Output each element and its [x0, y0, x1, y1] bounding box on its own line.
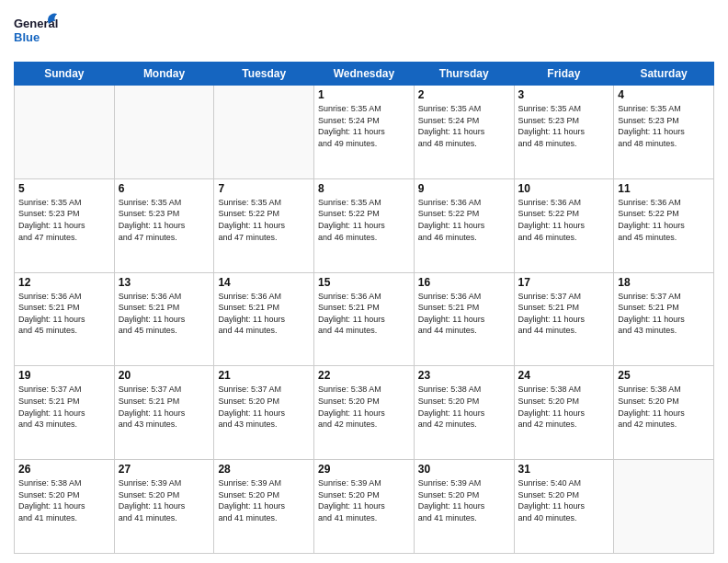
day-number: 20 — [119, 369, 210, 382]
day-number: 25 — [618, 369, 710, 382]
cell-info: Sunrise: 5:39 AM Sunset: 5:20 PM Dayligh… — [318, 477, 410, 523]
calendar-cell: 16Sunrise: 5:36 AM Sunset: 5:21 PM Dayli… — [414, 272, 514, 366]
calendar-cell: 24Sunrise: 5:38 AM Sunset: 5:20 PM Dayli… — [514, 366, 614, 460]
cell-info: Sunrise: 5:36 AM Sunset: 5:21 PM Dayligh… — [418, 291, 510, 337]
day-number: 21 — [218, 369, 310, 382]
weekday-friday: Friday — [514, 63, 614, 86]
calendar-cell: 23Sunrise: 5:38 AM Sunset: 5:20 PM Dayli… — [414, 366, 514, 460]
day-number: 29 — [318, 463, 410, 476]
cell-info: Sunrise: 5:40 AM Sunset: 5:20 PM Dayligh… — [518, 477, 610, 523]
cell-info: Sunrise: 5:38 AM Sunset: 5:20 PM Dayligh… — [318, 384, 410, 430]
cell-info: Sunrise: 5:35 AM Sunset: 5:23 PM Dayligh… — [618, 103, 710, 149]
day-number: 7 — [218, 182, 310, 195]
calendar-table: SundayMondayTuesdayWednesdayThursdayFrid… — [14, 62, 714, 554]
cell-info: Sunrise: 5:36 AM Sunset: 5:21 PM Dayligh… — [218, 291, 310, 337]
day-number: 13 — [119, 276, 210, 289]
cell-info: Sunrise: 5:36 AM Sunset: 5:21 PM Dayligh… — [318, 291, 410, 337]
calendar-cell — [114, 86, 214, 179]
cell-info: Sunrise: 5:37 AM Sunset: 5:20 PM Dayligh… — [218, 384, 310, 430]
cell-info: Sunrise: 5:35 AM Sunset: 5:24 PM Dayligh… — [318, 103, 410, 149]
calendar-cell: 1Sunrise: 5:35 AM Sunset: 5:24 PM Daylig… — [314, 86, 415, 179]
calendar-cell: 30Sunrise: 5:39 AM Sunset: 5:20 PM Dayli… — [414, 460, 514, 554]
logo-icon: General Blue — [14, 9, 60, 51]
calendar-cell: 5Sunrise: 5:35 AM Sunset: 5:23 PM Daylig… — [15, 178, 115, 272]
cell-info: Sunrise: 5:35 AM Sunset: 5:23 PM Dayligh… — [18, 197, 110, 243]
calendar-cell: 22Sunrise: 5:38 AM Sunset: 5:20 PM Dayli… — [314, 366, 415, 460]
cell-info: Sunrise: 5:35 AM Sunset: 5:23 PM Dayligh… — [119, 197, 210, 243]
calendar-cell: 25Sunrise: 5:38 AM Sunset: 5:20 PM Dayli… — [614, 366, 714, 460]
day-number: 16 — [418, 276, 510, 289]
cell-info: Sunrise: 5:38 AM Sunset: 5:20 PM Dayligh… — [18, 477, 110, 523]
day-number: 5 — [18, 182, 110, 195]
calendar-cell: 10Sunrise: 5:36 AM Sunset: 5:22 PM Dayli… — [514, 178, 614, 272]
weekday-tuesday: Tuesday — [214, 63, 314, 86]
calendar-cell: 31Sunrise: 5:40 AM Sunset: 5:20 PM Dayli… — [514, 460, 614, 554]
cell-info: Sunrise: 5:35 AM Sunset: 5:22 PM Dayligh… — [318, 197, 410, 243]
day-number: 11 — [618, 182, 710, 195]
logo: General Blue — [14, 9, 60, 54]
calendar-cell: 8Sunrise: 5:35 AM Sunset: 5:22 PM Daylig… — [314, 178, 415, 272]
day-number: 30 — [418, 463, 510, 476]
cell-info: Sunrise: 5:35 AM Sunset: 5:24 PM Dayligh… — [418, 103, 510, 149]
day-number: 2 — [418, 88, 510, 101]
day-number: 14 — [218, 276, 310, 289]
cell-info: Sunrise: 5:39 AM Sunset: 5:20 PM Dayligh… — [119, 477, 210, 523]
weekday-monday: Monday — [114, 63, 214, 86]
cell-info: Sunrise: 5:36 AM Sunset: 5:22 PM Dayligh… — [618, 197, 710, 243]
cell-info: Sunrise: 5:39 AM Sunset: 5:20 PM Dayligh… — [218, 477, 310, 523]
cell-info: Sunrise: 5:36 AM Sunset: 5:22 PM Dayligh… — [418, 197, 510, 243]
cell-info: Sunrise: 5:37 AM Sunset: 5:21 PM Dayligh… — [18, 384, 110, 430]
calendar-cell: 4Sunrise: 5:35 AM Sunset: 5:23 PM Daylig… — [614, 86, 714, 179]
cell-info: Sunrise: 5:37 AM Sunset: 5:21 PM Dayligh… — [518, 291, 610, 337]
calendar-week-0: 1Sunrise: 5:35 AM Sunset: 5:24 PM Daylig… — [15, 86, 714, 179]
weekday-thursday: Thursday — [414, 63, 514, 86]
calendar-cell: 28Sunrise: 5:39 AM Sunset: 5:20 PM Dayli… — [214, 460, 314, 554]
cell-info: Sunrise: 5:36 AM Sunset: 5:22 PM Dayligh… — [518, 197, 610, 243]
cell-info: Sunrise: 5:38 AM Sunset: 5:20 PM Dayligh… — [418, 384, 510, 430]
calendar-cell: 26Sunrise: 5:38 AM Sunset: 5:20 PM Dayli… — [15, 460, 115, 554]
calendar-cell: 21Sunrise: 5:37 AM Sunset: 5:20 PM Dayli… — [214, 366, 314, 460]
calendar-cell: 9Sunrise: 5:36 AM Sunset: 5:22 PM Daylig… — [414, 178, 514, 272]
calendar-cell: 17Sunrise: 5:37 AM Sunset: 5:21 PM Dayli… — [514, 272, 614, 366]
cell-info: Sunrise: 5:38 AM Sunset: 5:20 PM Dayligh… — [518, 384, 610, 430]
cell-info: Sunrise: 5:39 AM Sunset: 5:20 PM Dayligh… — [418, 477, 510, 523]
weekday-wednesday: Wednesday — [314, 63, 415, 86]
calendar-cell — [15, 86, 115, 179]
calendar-cell: 13Sunrise: 5:36 AM Sunset: 5:21 PM Dayli… — [114, 272, 214, 366]
day-number: 1 — [318, 88, 410, 101]
day-number: 17 — [518, 276, 610, 289]
calendar-cell: 12Sunrise: 5:36 AM Sunset: 5:21 PM Dayli… — [15, 272, 115, 366]
day-number: 27 — [119, 463, 210, 476]
svg-text:Blue: Blue — [14, 30, 40, 44]
weekday-header: SundayMondayTuesdayWednesdayThursdayFrid… — [15, 63, 714, 86]
calendar-cell: 2Sunrise: 5:35 AM Sunset: 5:24 PM Daylig… — [414, 86, 514, 179]
day-number: 28 — [218, 463, 310, 476]
cell-info: Sunrise: 5:35 AM Sunset: 5:22 PM Dayligh… — [218, 197, 310, 243]
day-number: 15 — [318, 276, 410, 289]
cell-info: Sunrise: 5:36 AM Sunset: 5:21 PM Dayligh… — [18, 291, 110, 337]
calendar-cell — [214, 86, 314, 179]
cell-info: Sunrise: 5:38 AM Sunset: 5:20 PM Dayligh… — [618, 384, 710, 430]
day-number: 9 — [418, 182, 510, 195]
day-number: 8 — [318, 182, 410, 195]
cell-info: Sunrise: 5:36 AM Sunset: 5:21 PM Dayligh… — [119, 291, 210, 337]
calendar-cell: 15Sunrise: 5:36 AM Sunset: 5:21 PM Dayli… — [314, 272, 415, 366]
weekday-saturday: Saturday — [614, 63, 714, 86]
cell-info: Sunrise: 5:35 AM Sunset: 5:23 PM Dayligh… — [518, 103, 610, 149]
day-number: 12 — [18, 276, 110, 289]
calendar-week-1: 5Sunrise: 5:35 AM Sunset: 5:23 PM Daylig… — [15, 178, 714, 272]
calendar-cell: 14Sunrise: 5:36 AM Sunset: 5:21 PM Dayli… — [214, 272, 314, 366]
calendar-cell: 6Sunrise: 5:35 AM Sunset: 5:23 PM Daylig… — [114, 178, 214, 272]
day-number: 3 — [518, 88, 610, 101]
calendar-cell — [614, 460, 714, 554]
cell-info: Sunrise: 5:37 AM Sunset: 5:21 PM Dayligh… — [618, 291, 710, 337]
day-number: 10 — [518, 182, 610, 195]
calendar-cell: 20Sunrise: 5:37 AM Sunset: 5:21 PM Dayli… — [114, 366, 214, 460]
calendar-cell: 19Sunrise: 5:37 AM Sunset: 5:21 PM Dayli… — [15, 366, 115, 460]
day-number: 19 — [18, 369, 110, 382]
calendar-cell: 18Sunrise: 5:37 AM Sunset: 5:21 PM Dayli… — [614, 272, 714, 366]
calendar-week-3: 19Sunrise: 5:37 AM Sunset: 5:21 PM Dayli… — [15, 366, 714, 460]
calendar-cell: 7Sunrise: 5:35 AM Sunset: 5:22 PM Daylig… — [214, 178, 314, 272]
calendar-cell: 11Sunrise: 5:36 AM Sunset: 5:22 PM Dayli… — [614, 178, 714, 272]
day-number: 31 — [518, 463, 610, 476]
